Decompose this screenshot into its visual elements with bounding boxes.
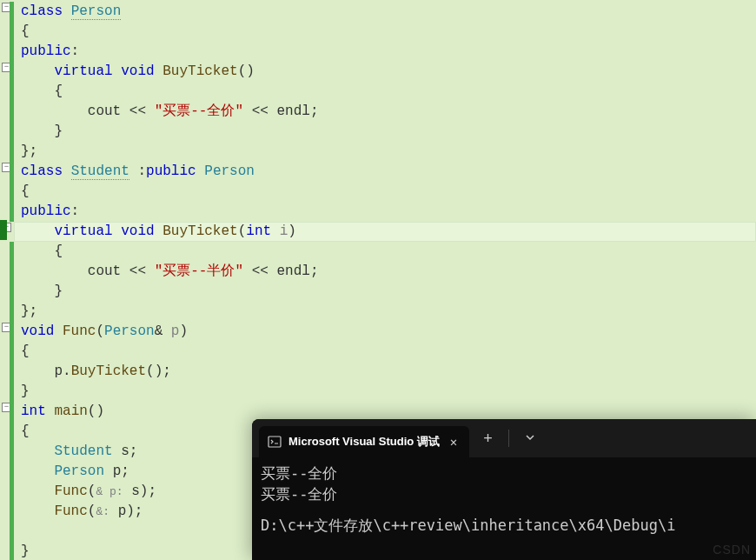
code-line[interactable]: cout << "买票--全价" << endl; (14, 102, 756, 122)
output-line: 买票--全价 (261, 483, 747, 504)
brace: { (54, 243, 63, 259)
brace: { (21, 343, 30, 359)
code-line-active[interactable]: − virtual void BuyTicket(int i) (14, 222, 756, 242)
type-name: Person (204, 163, 255, 179)
code-line[interactable]: { (14, 82, 756, 102)
terminal-titlebar[interactable]: Microsoft Visual Studio 调试 ✕ + (252, 419, 756, 457)
code-line[interactable]: { (14, 22, 756, 42)
change-marker (10, 122, 14, 142)
lparen: ( (88, 483, 96, 499)
identifier: endl (276, 103, 309, 119)
new-tab-button[interactable]: + (474, 424, 501, 453)
change-marker (10, 42, 14, 62)
semicolon: ; (310, 263, 319, 279)
tab-title: Microsoft Visual Studio 调试 (288, 434, 440, 450)
change-marker (10, 522, 14, 542)
chevron-down-icon (525, 432, 535, 443)
code-line[interactable]: −class Student :public Person (14, 162, 756, 182)
terminal-tab[interactable]: Microsoft Visual Studio 调试 ✕ (259, 426, 469, 457)
parens: () (238, 63, 255, 79)
watermark: CSDN (713, 543, 751, 557)
change-marker (10, 442, 14, 462)
dropdown-button[interactable] (516, 425, 544, 451)
brace: { (21, 423, 30, 439)
function-name: Func (54, 503, 87, 519)
change-marker (10, 202, 14, 222)
keyword: public (146, 163, 196, 179)
string-literal: "买票--半价" (155, 263, 243, 279)
change-marker (10, 282, 14, 302)
rparen: ) (288, 223, 296, 239)
keyword: virtual (54, 63, 112, 79)
code-line[interactable]: } (14, 382, 756, 402)
change-marker (10, 422, 14, 442)
change-marker (10, 382, 14, 402)
lparen: ( (238, 223, 247, 239)
type-name: Student (71, 163, 129, 180)
brace: { (54, 83, 63, 99)
code-line[interactable]: { (14, 342, 756, 362)
change-marker (10, 162, 14, 182)
code-line[interactable]: − virtual void BuyTicket() (14, 62, 756, 82)
identifier: cout (88, 103, 121, 119)
keyword: int (246, 223, 271, 239)
change-marker (10, 2, 14, 22)
code-line[interactable]: } (14, 122, 756, 142)
code-line[interactable]: } (14, 282, 756, 302)
code-line[interactable]: −void Func(Person& p) (14, 322, 756, 342)
rparen: ); (126, 503, 143, 519)
function-name: Func (63, 323, 96, 339)
code-line[interactable]: public: (14, 202, 756, 222)
keyword: public (21, 203, 71, 219)
change-marker (10, 542, 14, 560)
semicolon: ; (129, 443, 138, 459)
lparen: ( (88, 503, 96, 519)
identifier: p (54, 363, 63, 379)
semicolon: ; (121, 463, 129, 479)
colon: : (137, 163, 146, 179)
divider (508, 430, 509, 447)
code-line[interactable]: }; (14, 142, 756, 162)
code-line[interactable]: p.BuyTicket(); (14, 362, 756, 382)
function-name: main (54, 403, 87, 419)
keyword: class (21, 163, 63, 179)
identifier: endl (276, 263, 309, 279)
parameter: i (280, 223, 288, 239)
svg-rect-0 (269, 437, 281, 447)
inlay-hint: &: (96, 505, 109, 518)
cursor-marker (0, 220, 7, 240)
rparen: ); (140, 483, 156, 499)
code-line[interactable]: }; (14, 302, 756, 322)
colon: : (71, 43, 80, 59)
code-line[interactable]: public: (14, 42, 756, 62)
type-name: Person (71, 3, 122, 20)
code-line[interactable]: { (14, 242, 756, 262)
change-marker (10, 302, 14, 322)
brace: } (54, 283, 63, 299)
change-marker (10, 322, 14, 342)
colon: : (71, 203, 80, 219)
call: (); (146, 363, 171, 379)
keyword: void (121, 223, 154, 239)
parens: () (88, 403, 104, 419)
change-marker (10, 342, 14, 362)
change-marker (10, 62, 14, 82)
code-line[interactable]: cout << "买票--半价" << endl; (14, 262, 756, 282)
change-marker (10, 362, 14, 382)
code-line[interactable]: { (14, 182, 756, 202)
operator: << (129, 103, 146, 119)
brace: } (21, 543, 30, 559)
terminal-output[interactable]: 买票--全价 买票--全价 D:\c++文件存放\c++review\inher… (252, 457, 756, 541)
change-marker (10, 402, 14, 422)
type-name: Student (54, 443, 112, 459)
close-icon[interactable]: ✕ (447, 433, 461, 451)
keyword: virtual (54, 223, 112, 239)
identifier: cout (88, 263, 121, 279)
brace: { (21, 23, 30, 39)
output-line: D:\c++文件存放\c++review\inheritance\x64\Deb… (261, 515, 747, 536)
terminal-window[interactable]: Microsoft Visual Studio 调试 ✕ + 买票--全价 买票… (252, 419, 756, 560)
identifier: p (118, 503, 127, 519)
change-marker (10, 502, 14, 522)
operator: << (129, 263, 146, 279)
code-line[interactable]: −class Person (14, 2, 756, 22)
